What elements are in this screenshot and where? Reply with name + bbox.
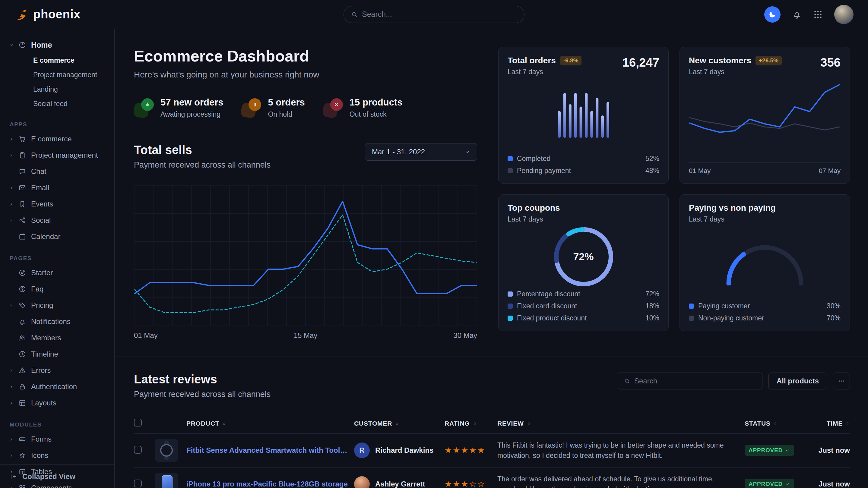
sidebar-item-chat[interactable]: Chat — [0, 163, 114, 180]
reviews-search-input[interactable] — [634, 377, 756, 385]
row-checkbox[interactable] — [134, 446, 142, 454]
x-label: 01 May — [689, 167, 711, 175]
row-checkbox[interactable] — [134, 480, 142, 487]
date-range-select[interactable]: Mar 1 - 31, 2022 — [365, 143, 477, 161]
sidebar-subitem-landing[interactable]: Landing — [0, 82, 114, 96]
collapsed-view-toggle[interactable]: Collapsed View — [0, 464, 114, 488]
customer-cell: R Richard Dawkins — [354, 443, 444, 458]
sidebar-item-social[interactable]: Social — [0, 212, 114, 228]
sidebar-item-forms[interactable]: Forms — [0, 431, 114, 447]
clipboard-icon — [19, 151, 26, 159]
collapsed-view-label: Collapsed View — [22, 472, 75, 481]
brand[interactable]: phoenix — [14, 7, 81, 22]
user-avatar[interactable] — [834, 5, 854, 24]
sidebar-item-notifications[interactable]: Notifications — [0, 314, 114, 330]
column-header-time[interactable]: TIME — [812, 414, 850, 433]
stat-value: 57 new orders — [160, 97, 223, 108]
sidebar-section-title: APPS — [10, 121, 114, 128]
pie-icon — [19, 41, 26, 49]
staro-icon — [19, 452, 26, 459]
sidebar-subitem-social-feed[interactable]: Social feed — [0, 96, 114, 111]
product-link[interactable]: Fitbit Sense Advanced Smartwatch with To… — [186, 446, 349, 455]
sidebar-item-members[interactable]: Members — [0, 330, 114, 346]
status-badge: APPROVED — [745, 445, 794, 456]
reviews-search[interactable] — [618, 372, 763, 389]
chevron-right-icon — [9, 303, 13, 308]
sidebar-item-project-management[interactable]: Project management — [0, 147, 114, 163]
sidebar-item-faq[interactable]: Faq — [0, 281, 114, 297]
review-time: Just now — [818, 480, 850, 488]
sidebar-item-layouts[interactable]: Layouts — [0, 395, 114, 411]
sidebar-item-errors[interactable]: Errors — [0, 362, 114, 379]
x-label: 07 May — [819, 167, 841, 175]
more-dots-icon — [838, 377, 845, 385]
customer-name: Ashley Garrett — [375, 480, 425, 488]
bell-icon — [19, 318, 26, 326]
sidebar-subitem-e-commerce[interactable]: E commerce — [0, 53, 114, 67]
legend-swatch — [507, 291, 513, 297]
moon-icon — [768, 10, 777, 19]
chevron-right-icon — [9, 218, 13, 223]
column-header-status[interactable]: STATUS — [745, 414, 812, 433]
x-label: 15 May — [294, 331, 318, 340]
chevron-right-icon — [9, 385, 13, 389]
x-axis-labels: 01 May 15 May 30 May — [134, 331, 477, 340]
section-title: Total sells — [134, 143, 271, 157]
customer-name: Richard Dawkins — [375, 446, 433, 455]
chart-legend: Paying customer 30% Non-paying customer … — [689, 302, 841, 322]
column-header-customer[interactable]: CUSTOMER — [354, 414, 444, 433]
date-range-value: Mar 1 - 31, 2022 — [372, 148, 425, 156]
chevron-right-icon — [9, 202, 13, 206]
sidebar-item-authentication[interactable]: Authentication — [0, 379, 114, 395]
page-title: Ecommerce Dashboard — [134, 47, 477, 65]
phoenix-logo-icon — [14, 7, 29, 22]
legend-value: 18% — [645, 302, 659, 310]
card-new-customers: New customers +26.5% Last 7 days 356 01 … — [680, 47, 850, 184]
sidebar-item-icons[interactable]: Icons — [0, 447, 114, 464]
select-all-checkbox[interactable] — [134, 419, 142, 426]
product-thumbnail[interactable] — [155, 439, 178, 462]
warning-icon — [19, 366, 26, 375]
sort-icon — [395, 421, 399, 426]
sidebar-item-pricing[interactable]: Pricing — [0, 297, 114, 314]
sidebar-item-calendar[interactable]: Calendar — [0, 228, 114, 245]
legend-value: 48% — [645, 167, 659, 175]
chevron-right-icon — [9, 137, 13, 141]
stats-row: 57 new orders Awating processing 5 order… — [134, 97, 477, 119]
more-options-button[interactable] — [833, 372, 850, 389]
product-thumbnail[interactable] — [155, 473, 178, 488]
sidebar-subitem-project-management[interactable]: Project management — [0, 67, 114, 82]
sidebar-item-email[interactable]: Email — [0, 180, 114, 196]
section-title: Latest reviews — [134, 372, 271, 386]
layout-icon — [19, 399, 26, 407]
column-header-review[interactable]: REVIEW — [497, 414, 745, 433]
all-products-filter-button[interactable]: All products — [769, 372, 827, 389]
legend-value: 52% — [645, 155, 659, 163]
product-link[interactable]: iPhone 13 pro max-Pacific Blue-128GB sto… — [186, 480, 348, 488]
sidebar-item-e-commerce[interactable]: E commerce — [0, 131, 114, 147]
new-customers-line-chart — [689, 78, 841, 161]
sidebar-item-timeline[interactable]: Timeline — [0, 346, 114, 362]
rating-stars: ★★★☆☆ — [444, 480, 486, 488]
notifications-bell-icon[interactable] — [792, 10, 802, 19]
apps-grid-icon[interactable] — [813, 10, 823, 19]
rating-stars: ★★★★★ — [444, 446, 486, 455]
column-header-rating[interactable]: RATING — [444, 414, 497, 433]
sidebar-item-label: Project management — [31, 151, 98, 159]
column-header-product[interactable]: PRODUCT — [155, 414, 354, 433]
global-search[interactable] — [343, 6, 525, 23]
stat-15-products: 15 products Out of stock — [323, 97, 403, 119]
sidebar-item-events[interactable]: Events — [0, 196, 114, 212]
stat-icon — [323, 98, 343, 118]
sidebar-item-starter[interactable]: Starter — [0, 265, 114, 281]
chevron-down-icon — [464, 149, 470, 155]
sidebar-item-home[interactable]: Home — [0, 37, 114, 53]
sidebar-section-title: MODULES — [10, 421, 114, 428]
sidebar-item-label: Pricing — [31, 301, 53, 310]
sidebar-item-label: Email — [31, 184, 49, 192]
stat-57-new-orders: 57 new orders Awating processing — [134, 97, 223, 119]
stat-value: 15 products — [349, 97, 403, 108]
theme-toggle-button[interactable] — [764, 6, 780, 23]
sidebar-item-label: Calendar — [31, 232, 60, 241]
search-input[interactable] — [362, 10, 517, 19]
